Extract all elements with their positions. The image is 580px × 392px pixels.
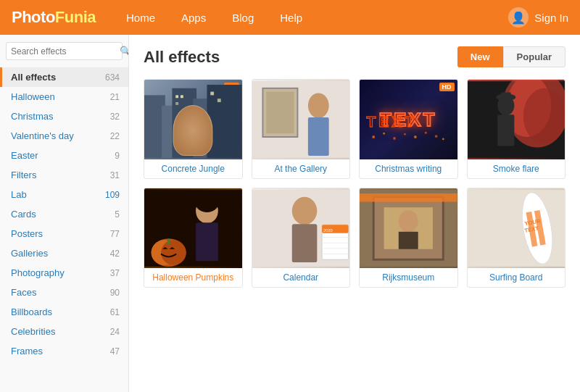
sidebar-item-label: Celebrities	[11, 326, 55, 337]
sidebar-item-frames[interactable]: Frames 47	[0, 341, 128, 361]
svg-text:2020: 2020	[323, 228, 332, 233]
effect-card-rijksmuseum[interactable]: HD Rijksmuseum	[359, 188, 458, 288]
card-image: HD	[360, 188, 457, 268]
search-icon: 🔍	[120, 46, 129, 57]
search-box[interactable]: 🔍	[6, 42, 123, 60]
sidebar-item-count: 22	[110, 131, 120, 141]
sidebar-item-easter[interactable]: Easter 9	[0, 146, 128, 165]
card-label: Rijksmuseum	[360, 268, 457, 287]
nav-apps[interactable]: Apps	[168, 0, 219, 35]
sidebar-item-label: Faces	[11, 287, 36, 298]
sidebar-item-cards[interactable]: Cards 5	[0, 204, 128, 224]
card-label: Surfing Board	[468, 268, 566, 287]
sidebar-item-christmas[interactable]: Christmas 32	[0, 107, 128, 126]
sidebar-item-count: 31	[110, 170, 120, 180]
svg-point-17	[383, 133, 385, 135]
sidebar-item-label: Halloween	[11, 91, 55, 102]
sidebar-item-count: 47	[110, 346, 120, 356]
svg-point-22	[435, 135, 438, 138]
sidebar-item-count: 634	[105, 72, 120, 83]
svg-point-27	[523, 88, 565, 144]
svg-rect-36	[167, 238, 170, 244]
sidebar-item-halloween[interactable]: Halloween 21	[0, 87, 128, 107]
sidebar-item-count: 32	[110, 112, 120, 122]
card-image: HD	[144, 188, 242, 268]
svg-rect-57	[399, 232, 418, 249]
effect-card-calendar[interactable]: HD 2020	[252, 188, 351, 288]
sidebar-item-billboards[interactable]: Billboards 61	[0, 302, 128, 322]
nav-help[interactable]: Help	[267, 0, 315, 35]
sidebar-item-count: 77	[110, 229, 120, 239]
sidebar-item-label: Galleries	[11, 248, 48, 259]
sidebar-item-count: 42	[110, 249, 120, 259]
card-label: Christmas writing	[360, 159, 457, 178]
card-image: HD 2020	[252, 188, 350, 268]
effect-card-christmas-writing[interactable]: HD TEXT TEXT	[359, 79, 458, 179]
sidebar-item-galleries[interactable]: Galleries 42	[0, 243, 128, 263]
svg-rect-8	[210, 92, 214, 96]
content-header: All effects New Popular	[144, 46, 566, 67]
effect-card-at-the-gallery[interactable]: HD At the Gallery	[252, 79, 351, 179]
effect-card-concrete-jungle[interactable]: HD	[144, 79, 243, 179]
text-effect: TEXT	[380, 109, 436, 131]
sign-in-label: Sign In	[534, 12, 568, 24]
hd-badge: HD	[439, 83, 455, 91]
sidebar-item-label: Easter	[11, 150, 38, 161]
svg-rect-44	[291, 224, 317, 262]
sidebar-item-label: Frames	[11, 346, 43, 356]
svg-rect-5	[175, 95, 178, 98]
sidebar-item-posters[interactable]: Posters 77	[0, 224, 128, 243]
main-nav: Home Apps Blog Help	[113, 0, 508, 35]
effects-grid: HD	[144, 79, 566, 288]
sidebar-item-count: 5	[115, 209, 120, 220]
svg-rect-9	[218, 99, 221, 102]
page-title: All effects	[144, 48, 220, 67]
sidebar-item-label: Lab	[11, 189, 27, 200]
svg-rect-7	[175, 102, 178, 105]
sidebar-item-faces[interactable]: Faces 90	[0, 283, 128, 302]
svg-rect-54	[360, 193, 457, 202]
svg-point-56	[399, 210, 418, 233]
sidebar-item-celebrities[interactable]: Celebrities 24	[0, 322, 128, 341]
sidebar-item-label: Posters	[11, 228, 43, 239]
effect-card-smoke-flare[interactable]: HD 👤 Sm	[467, 79, 566, 179]
svg-rect-14	[307, 117, 328, 156]
svg-point-23	[442, 138, 444, 140]
sidebar-item-label: Photography	[11, 267, 65, 278]
sidebar: 🔍 All effects 634 Halloween 21 Christmas…	[0, 35, 129, 392]
nav-home[interactable]: Home	[113, 0, 168, 35]
sort-new-button[interactable]: New	[457, 46, 503, 67]
sidebar-item-filters[interactable]: Filters 31	[0, 165, 128, 185]
content-area: All effects New Popular HD	[129, 35, 580, 392]
user-icon: 👤	[508, 7, 529, 28]
sign-in-button[interactable]: 👤 Sign In	[508, 7, 568, 28]
sidebar-item-valentines[interactable]: Valentine's day 22	[0, 126, 128, 146]
header: PhotoFunia Home Apps Blog Help 👤 Sign In	[0, 0, 580, 35]
card-label: Smoke flare	[468, 159, 566, 178]
card-image: HD TEXT TEXT	[360, 80, 457, 159]
sidebar-item-photography[interactable]: Photography 37	[0, 263, 128, 283]
logo[interactable]: PhotoFunia	[12, 8, 96, 27]
sidebar-item-count: 9	[115, 151, 120, 161]
svg-rect-4	[207, 85, 241, 158]
svg-point-13	[307, 93, 328, 118]
sidebar-item-count: 24	[110, 327, 120, 337]
sort-popular-button[interactable]: Popular	[503, 46, 566, 67]
sidebar-item-label: Billboards	[11, 306, 52, 317]
main-layout: 🔍 All effects 634 Halloween 21 Christmas…	[0, 35, 580, 392]
card-label: Concrete Jungle	[144, 159, 242, 178]
logo-funia: Funia	[55, 8, 96, 26]
sort-buttons: New Popular	[457, 46, 566, 67]
svg-rect-6	[181, 95, 183, 98]
effect-card-halloween-pumpkins[interactable]: HD	[144, 188, 243, 288]
svg-rect-31	[501, 93, 510, 100]
sidebar-item-all-effects[interactable]: All effects 634	[0, 67, 128, 87]
nav-blog[interactable]: Blog	[219, 0, 267, 35]
card-image: HD 👤	[468, 80, 566, 159]
effect-card-surfing-board[interactable]: HD YOUR TEXT Surfing Board	[467, 188, 566, 288]
sidebar-item-lab[interactable]: Lab 109	[0, 185, 128, 204]
svg-rect-12	[266, 92, 294, 134]
card-image: HD YOUR TEXT	[468, 188, 566, 268]
search-input[interactable]	[11, 46, 120, 57]
card-label: Calendar	[252, 268, 350, 287]
